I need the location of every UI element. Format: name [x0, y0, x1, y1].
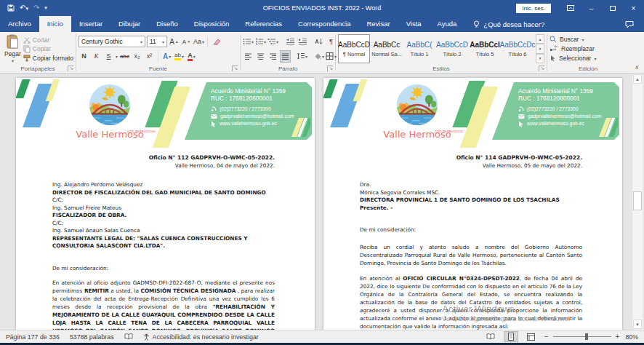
- select-button[interactable]: Seleccionar▾: [550, 55, 627, 62]
- scroll-up-arrow[interactable]: ▲: [633, 74, 642, 84]
- proofing-status[interactable]: [124, 333, 133, 340]
- ribbon-tab[interactable]: Disposición: [186, 16, 238, 32]
- tell-me-search[interactable]: ¿Qué desea hacer?: [464, 16, 553, 32]
- text-effects-button[interactable]: A▾: [161, 50, 172, 63]
- cut-button[interactable]: Cortar: [23, 36, 73, 44]
- align-center-button[interactable]: [255, 50, 266, 63]
- vertical-scrollbar[interactable]: ▲ ▼: [632, 74, 643, 330]
- ribbon-tab[interactable]: Vista: [398, 16, 430, 32]
- numbering-button[interactable]: ▾: [255, 36, 266, 48]
- page-number-status[interactable]: Página 177 de 336: [6, 333, 60, 341]
- change-case-button[interactable]: Aa▾: [193, 36, 204, 48]
- strikethrough-button[interactable]: abc: [119, 50, 130, 63]
- find-button[interactable]: Buscar▾: [550, 36, 627, 43]
- outdent-icon: [286, 38, 294, 45]
- undo-icon[interactable]: ↶▾: [20, 4, 28, 12]
- ribbon-display-options-icon[interactable]: [560, 0, 581, 16]
- style-card[interactable]: AaBbCcDc Título 6: [502, 34, 534, 63]
- borders-button[interactable]: ▾: [326, 50, 337, 63]
- ruc-line: RUC : 1768120600001: [518, 95, 615, 102]
- styles-dialog-launcher[interactable]: ↘: [539, 66, 544, 71]
- align-left-button[interactable]: [243, 50, 254, 63]
- multilevel-list-button[interactable]: ▾: [267, 36, 278, 48]
- clipboard-icon: [7, 34, 19, 49]
- group-font: Century Gothic▾ 11▾ A▲ A▼ Aa▾ N K S▾ abc…: [76, 32, 240, 73]
- font-size-combo[interactable]: 11▾: [147, 36, 167, 47]
- save-icon[interactable]: [7, 4, 15, 12]
- paste-button[interactable]: Pegar ▾: [2, 34, 23, 63]
- ribbon-tab[interactable]: Referencias: [237, 16, 290, 32]
- zoom-in-button[interactable]: +: [616, 333, 620, 341]
- clear-formatting-button[interactable]: [211, 36, 222, 48]
- scroll-down-arrow[interactable]: ▼: [633, 320, 642, 329]
- word-count-status[interactable]: 53788 palabras: [70, 333, 114, 341]
- web-layout-button[interactable]: [524, 331, 539, 342]
- copy-button[interactable]: Copiar: [23, 45, 73, 53]
- group-label: Fuente: [76, 66, 240, 72]
- ribbon-tab[interactable]: Diseño: [148, 16, 186, 32]
- superscript-button[interactable]: x²: [144, 50, 155, 63]
- print-layout-button[interactable]: [504, 331, 518, 342]
- styles-more-button[interactable]: ▼: [536, 54, 544, 63]
- decrease-indent-button[interactable]: [284, 36, 295, 48]
- ribbon-tab[interactable]: Ayuda: [430, 16, 465, 32]
- line-spacing-button[interactable]: ▾: [297, 50, 307, 63]
- shading-button[interactable]: ▾: [313, 50, 324, 63]
- subscript-button[interactable]: x₂: [132, 50, 142, 63]
- ribbon-tab[interactable]: Dibujar: [110, 16, 148, 32]
- ribbon-tab[interactable]: Revisar: [358, 16, 398, 32]
- document-page-right[interactable]: Valle HermosoGAD PARROQUIAL Acuerdo Mini…: [323, 78, 622, 330]
- feedback-icon[interactable]: [625, 16, 644, 32]
- justify-button[interactable]: [280, 50, 291, 63]
- document-page-left[interactable]: Valle HermosoGAD PARROQUIAL Acuerdo Mini…: [16, 78, 315, 330]
- ribbon-tab[interactable]: Correspondencia: [290, 16, 358, 32]
- customize-qat-icon[interactable]: ▾: [44, 4, 47, 12]
- font-dialog-launcher[interactable]: ↘: [232, 66, 238, 71]
- shrink-font-button[interactable]: A▼: [181, 36, 192, 48]
- bold-button[interactable]: N: [79, 50, 89, 63]
- highlight-button[interactable]: ab▾: [174, 50, 185, 63]
- accessibility-status[interactable]: Accesibilidad: es necesario investigar: [143, 333, 259, 341]
- ribbon-tab[interactable]: Insertar: [71, 16, 110, 32]
- zoom-level[interactable]: 80%: [625, 333, 638, 341]
- style-name: Título 5: [475, 51, 494, 58]
- read-mode-button[interactable]: [483, 331, 498, 342]
- style-card[interactable]: AaBbCcD ¶ Normal: [338, 34, 370, 63]
- collapse-ribbon-icon[interactable]: ∧: [635, 64, 639, 71]
- grow-font-button[interactable]: A▲: [169, 36, 180, 48]
- zoom-slider-thumb[interactable]: [585, 333, 588, 340]
- salutation: De mi consideración:: [52, 265, 275, 271]
- style-card[interactable]: AaBbCcD Título 2: [436, 34, 468, 63]
- clipboard-dialog-launcher[interactable]: ↘: [68, 66, 73, 71]
- paragraph-dialog-launcher[interactable]: ↘: [327, 66, 333, 71]
- styles-scroll-up[interactable]: ▲: [536, 34, 544, 44]
- maximize-button[interactable]: [602, 0, 623, 16]
- style-card[interactable]: AaBbCcI Título 5: [469, 34, 501, 63]
- bullets-button[interactable]: ▾: [243, 36, 254, 48]
- zoom-out-button[interactable]: −: [544, 333, 549, 341]
- ribbon-tab[interactable]: Archivo: [0, 16, 39, 32]
- scrollbar-thumb[interactable]: [633, 191, 642, 210]
- zoom-slider[interactable]: [553, 336, 611, 337]
- redo-icon[interactable]: ↷: [33, 4, 39, 12]
- minimize-button[interactable]: –: [581, 0, 602, 16]
- sign-in-button[interactable]: Inic. ses.: [516, 4, 551, 13]
- sort-button[interactable]: [313, 36, 324, 48]
- close-button[interactable]: ×: [623, 0, 644, 16]
- letterhead: Valle HermosoGAD PARROQUIAL Acuerdo Mini…: [19, 81, 312, 143]
- italic-button[interactable]: K: [91, 50, 102, 63]
- recipient-line: C/C:: [52, 220, 275, 228]
- underline-button[interactable]: S: [103, 50, 114, 63]
- font-name-combo[interactable]: Century Gothic▾: [79, 36, 145, 47]
- format-painter-button[interactable]: Copiar formato: [23, 55, 73, 62]
- eraser-icon: [212, 38, 220, 45]
- styles-scroll-down[interactable]: ▼: [536, 44, 544, 53]
- align-right-button[interactable]: [267, 50, 278, 63]
- ribbon-tab[interactable]: Inicio: [39, 16, 71, 32]
- style-card[interactable]: AaBbCc Normal Sa...: [371, 34, 403, 63]
- increase-indent-button[interactable]: [297, 36, 307, 48]
- show-paragraph-marks-button[interactable]: ¶: [326, 36, 337, 48]
- style-card[interactable]: AaBbC( Título 1: [403, 34, 435, 63]
- replace-button[interactable]: Reemplazar: [550, 45, 627, 52]
- font-color-button[interactable]: A▾: [186, 50, 197, 63]
